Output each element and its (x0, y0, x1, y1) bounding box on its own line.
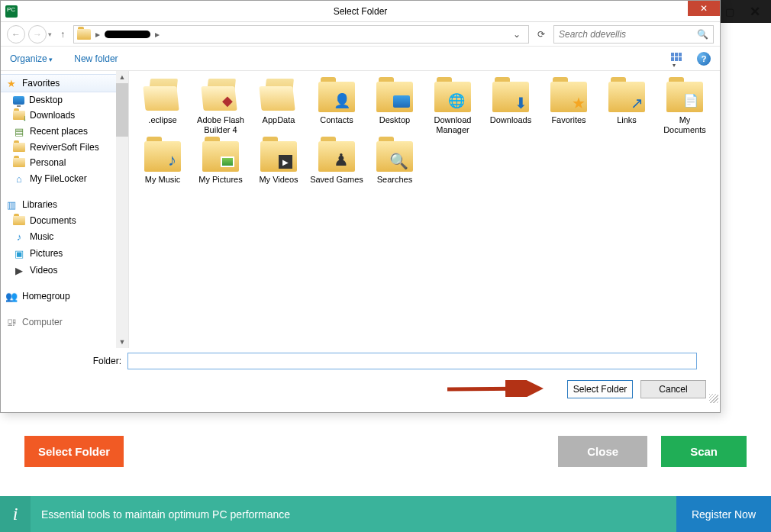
tree-item-label: Documents (30, 215, 76, 226)
help-button[interactable]: ? (697, 52, 711, 66)
folder-item[interactable]: ↗Links (598, 79, 656, 138)
scroll-down-icon[interactable]: ▼ (116, 336, 128, 348)
folder-name-input[interactable] (127, 353, 697, 369)
cancel-button[interactable]: Cancel (640, 380, 706, 398)
tree-item[interactable]: Downloads (1, 108, 117, 123)
tree-item-label: Downloads (30, 110, 75, 121)
video-icon: ▶ (13, 264, 25, 276)
folder-item[interactable]: .eclipse (134, 79, 192, 138)
new-folder-button[interactable]: New folder (74, 53, 118, 64)
chess-overlay-icon: ♟ (334, 150, 349, 170)
tree-item-label: Personal (30, 157, 66, 168)
monitor-overlay-icon (393, 95, 410, 108)
app-select-folder-button[interactable]: Select Folder (24, 436, 124, 467)
tree-scrollbar[interactable]: ▲ ▼ (116, 71, 128, 348)
scroll-thumb[interactable] (116, 83, 128, 137)
picture-icon: ▣ (13, 247, 25, 260)
tree-item[interactable]: ▣Pictures (1, 245, 117, 262)
select-folder-button[interactable]: Select Folder (567, 380, 633, 398)
tree-item[interactable]: Personal (1, 155, 117, 170)
download-overlay-icon: ⬇ (515, 94, 527, 112)
document-overlay-icon: 📄 (683, 93, 698, 108)
footer-message: Essential tools to maintain optimum PC p… (31, 508, 290, 521)
search-box[interactable]: 🔍 (553, 25, 714, 44)
tree-homegroup-header[interactable]: 👥Homegroup (1, 288, 117, 305)
monitor-icon (13, 96, 24, 105)
folder-item[interactable]: 🔍Searches (366, 138, 424, 188)
up-button[interactable]: ↑ (55, 27, 70, 42)
tree-item[interactable]: ♪Music (1, 228, 117, 245)
tree-favorites-header[interactable]: ★Favorites (1, 74, 117, 92)
scroll-up-icon[interactable]: ▲ (116, 71, 128, 83)
parent-window-controls: ▢ ✕ (715, 0, 771, 23)
breadcrumb-separator-icon[interactable]: ▸ (95, 29, 100, 40)
folder-item[interactable]: ⬇Downloads (482, 79, 540, 138)
back-button[interactable]: ← (7, 25, 25, 44)
tree-item[interactable]: ▤Recent places (1, 123, 117, 140)
address-bar[interactable]: ▸ ▸ ⌄ (73, 25, 529, 44)
forward-button[interactable]: → (28, 25, 47, 44)
breadcrumb-separator-icon[interactable]: ▸ (155, 29, 160, 40)
folder-item[interactable]: ▶My Videos (250, 138, 308, 188)
folder-item[interactable]: ♪My Music (134, 138, 192, 188)
folder-open-icon (202, 82, 239, 112)
maximize-icon[interactable]: ▢ (725, 6, 734, 18)
close-icon[interactable]: ✕ (750, 4, 760, 20)
folder-item[interactable]: 🌐Download Manager (424, 79, 482, 138)
dialog-close-button[interactable]: ✕ (688, 1, 720, 16)
folder-item[interactable]: ♟Saved Games (308, 138, 366, 188)
folder-label: Desktop (379, 115, 410, 125)
folder-item[interactable]: Desktop (366, 79, 424, 138)
search-icon[interactable]: 🔍 (697, 29, 708, 40)
app-scan-button[interactable]: Scan (661, 436, 747, 467)
nav-tree: ★FavoritesDesktopDownloads▤Recent places… (1, 71, 129, 348)
folder-icon (13, 143, 25, 152)
tree-label: Libraries (22, 199, 57, 210)
tree-libraries-header[interactable]: ▥Libraries (1, 196, 117, 213)
breadcrumb-redacted (105, 31, 150, 38)
resize-grip[interactable] (709, 394, 718, 403)
tree-item-label: Desktop (29, 95, 63, 105)
folder-grid: .eclipse◆Adobe Flash Builder 4AppData👤Co… (129, 71, 720, 348)
search-overlay-icon: 🔍 (389, 152, 408, 170)
folder-label: AppData (263, 115, 295, 125)
address-dropdown-icon[interactable]: ⌄ (508, 29, 525, 40)
tree-item-label: My FileLocker (30, 173, 87, 184)
nav-row: ← → ▾ ↑ ▸ ▸ ⌄ ⟳ 🔍 (1, 22, 720, 47)
folder-label: .eclipse (148, 115, 176, 125)
tree-item[interactable]: Desktop (1, 92, 117, 108)
folder-item[interactable]: ★Favorites (540, 79, 598, 138)
libraries-icon: ▥ (5, 198, 18, 211)
tree-item[interactable]: ▶Videos (1, 262, 117, 279)
folder-label: Download Manager (425, 115, 480, 135)
tree-item[interactable]: ⌂My FileLocker (1, 170, 117, 187)
tree-computer-header[interactable]: 🖳Computer (1, 314, 117, 330)
tree-item[interactable]: Documents (1, 213, 117, 228)
folder-icon (13, 216, 25, 225)
tree-item[interactable]: ReviverSoft Files (1, 140, 117, 155)
folder-label: Downloads (490, 115, 531, 125)
history-dropdown-icon[interactable]: ▾ (48, 31, 52, 38)
folder-item[interactable]: 📄My Documents (656, 79, 714, 138)
view-options-button[interactable] (671, 53, 686, 65)
app-close-button[interactable]: Close (558, 436, 647, 467)
folder-item[interactable]: ◆Adobe Flash Builder 4 (192, 79, 250, 138)
recent-icon: ▤ (13, 125, 25, 137)
folder-label: Saved Games (310, 175, 363, 185)
folder-label: My Videos (259, 175, 298, 185)
dialog-button-row: Select Folder Cancel (1, 374, 720, 405)
dialog-titlebar: Select Folder ✕ (1, 1, 720, 22)
folder-open-icon (144, 82, 181, 112)
folder-label: Searches (377, 175, 412, 185)
folder-label: Links (617, 115, 637, 125)
folder-item[interactable]: My Pictures (192, 138, 250, 188)
music-icon: ♪ (13, 231, 25, 243)
refresh-button[interactable]: ⟳ (532, 25, 550, 44)
search-input[interactable] (559, 29, 697, 40)
organize-menu[interactable]: Organize (10, 53, 53, 64)
folder-download-icon (13, 111, 25, 120)
flash-overlay-icon: ◆ (222, 92, 233, 109)
folder-item[interactable]: 👤Contacts (308, 79, 366, 138)
folder-item[interactable]: AppData (250, 79, 308, 138)
register-now-button[interactable]: Register Now (676, 496, 771, 532)
